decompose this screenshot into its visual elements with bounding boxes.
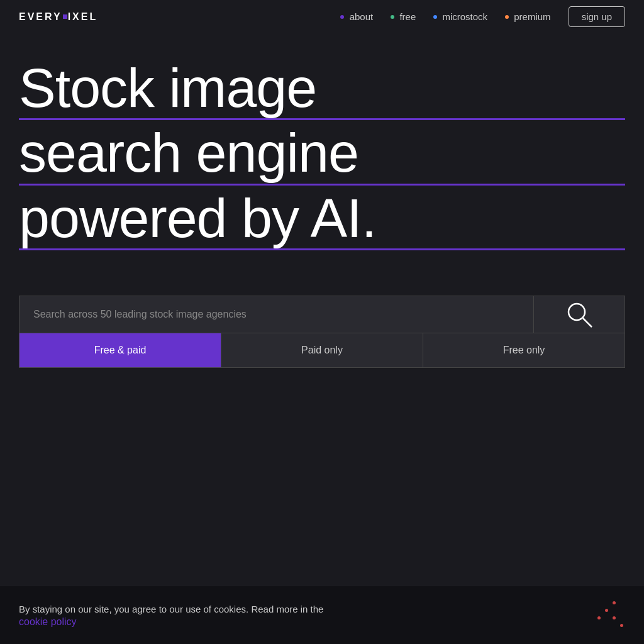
search-filters: Free & paid Paid only Free only <box>19 333 625 367</box>
cookie-text-block: By staying on our site, you agree to our… <box>19 602 323 628</box>
search-top <box>19 296 625 333</box>
nav-link-microstock[interactable]: microstock <box>433 11 487 22</box>
search-container: Free & paid Paid only Free only <box>19 296 625 368</box>
nav-dot-free <box>391 15 394 19</box>
decorative-dots-icon <box>597 601 625 629</box>
filter-paid-only[interactable]: Paid only <box>221 333 423 367</box>
cookie-policy-link[interactable]: cookie policy <box>19 616 323 628</box>
search-input[interactable] <box>33 309 519 320</box>
filter-free-only[interactable]: Free only <box>423 333 625 367</box>
svg-line-1 <box>583 318 592 327</box>
nav-dot-about <box>340 15 344 19</box>
nav-dot-microstock <box>433 15 437 19</box>
nav-link-free[interactable]: free <box>391 11 416 22</box>
hero-line-1: Stock image <box>19 59 625 124</box>
search-icon <box>564 299 594 330</box>
nav-link-premium[interactable]: premium <box>505 11 551 22</box>
navbar: EVERYIXEL about free microstock premium <box>0 0 644 34</box>
logo[interactable]: EVERYIXEL <box>19 11 97 23</box>
cookie-message: By staying on our site, you agree to our… <box>19 604 323 614</box>
hero-line-3: powered by AI. <box>19 189 625 254</box>
search-input-wrapper[interactable] <box>19 296 533 333</box>
hero-section: Stock image search engine powered by AI. <box>0 34 644 273</box>
svg-point-0 <box>569 304 585 320</box>
nav-dot-premium <box>505 15 509 19</box>
hero-line-2: search engine <box>19 124 625 189</box>
signup-button[interactable]: sign up <box>569 6 625 27</box>
nav-link-about[interactable]: about <box>340 11 373 22</box>
filter-free-paid[interactable]: Free & paid <box>19 333 221 367</box>
search-button[interactable] <box>533 296 625 333</box>
cookie-banner: By staying on our site, you agree to our… <box>0 586 644 644</box>
hero-title: Stock image search engine powered by AI. <box>19 59 625 254</box>
